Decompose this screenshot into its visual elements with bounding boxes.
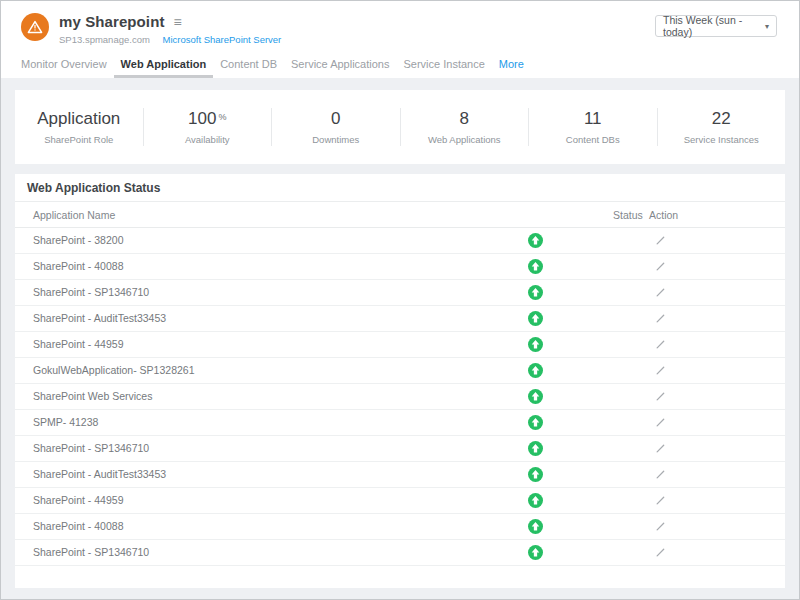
status-up-icon bbox=[528, 545, 543, 560]
monitor-header: my Sharepoint ≡ SP13.spmanage.com Micros… bbox=[1, 1, 799, 51]
stat-web-applications: 8 Web Applications bbox=[401, 109, 529, 145]
edit-icon[interactable] bbox=[654, 468, 667, 481]
application-name: SharePoint - 40088 bbox=[15, 514, 123, 539]
page-title: my Sharepoint bbox=[59, 13, 165, 30]
table-row: SharePoint Web Services bbox=[15, 384, 785, 410]
table-body: SharePoint - 38200 SharePoint - 40088 bbox=[15, 228, 785, 566]
table-row: SharePoint - SP1346710 bbox=[15, 436, 785, 462]
edit-icon[interactable] bbox=[654, 312, 667, 325]
edit-icon[interactable] bbox=[654, 260, 667, 273]
stat-label: Web Applications bbox=[401, 134, 529, 145]
application-name: SharePoint - 40088 bbox=[15, 254, 123, 279]
application-name: SharePoint - AuditTest33453 bbox=[15, 462, 166, 487]
warning-triangle-logo-icon bbox=[21, 13, 49, 41]
application-name: GokulWebApplication- SP1328261 bbox=[15, 358, 195, 383]
edit-icon[interactable] bbox=[654, 442, 667, 455]
table-title: Web Application Status bbox=[15, 174, 785, 202]
time-period-value: This Week (sun - today) bbox=[663, 14, 765, 38]
stat-value: 100 bbox=[188, 109, 216, 128]
tab-service-applications[interactable]: Service Applications bbox=[284, 51, 396, 78]
section-tabs: Monitor Overview Web Application Content… bbox=[1, 51, 799, 78]
application-name: SharePoint - SP1346710 bbox=[15, 436, 149, 461]
table-row: SharePoint - 40088 bbox=[15, 514, 785, 540]
status-up-icon bbox=[528, 519, 543, 534]
table-row: SharePoint - 44959 bbox=[15, 332, 785, 358]
status-up-icon bbox=[528, 467, 543, 482]
stat-availability: 100% Availability bbox=[144, 109, 272, 145]
edit-icon[interactable] bbox=[654, 390, 667, 403]
stat-value: Application bbox=[15, 109, 143, 129]
menu-icon[interactable]: ≡ bbox=[174, 15, 182, 29]
edit-icon[interactable] bbox=[654, 338, 667, 351]
tab-content-db[interactable]: Content DB bbox=[213, 51, 284, 78]
stat-content-dbs: 11 Content DBs bbox=[529, 109, 657, 145]
application-name: SharePoint - 44959 bbox=[15, 332, 123, 357]
stat-sharepoint-role: Application SharePoint Role bbox=[15, 109, 143, 145]
table-header-row: Application Name Status Action bbox=[15, 202, 785, 228]
application-name: SharePoint - SP1346710 bbox=[15, 540, 149, 565]
tab-web-application[interactable]: Web Application bbox=[114, 51, 214, 78]
stat-label: Service Instances bbox=[658, 134, 786, 145]
time-period-dropdown[interactable]: This Week (sun - today) ▾ bbox=[655, 15, 777, 37]
stat-value: 0 bbox=[272, 109, 400, 129]
column-header-action: Action bbox=[649, 202, 678, 228]
column-header-status: Status bbox=[613, 202, 643, 228]
main-content: Application SharePoint Role 100% Availab… bbox=[1, 78, 799, 588]
edit-icon[interactable] bbox=[654, 234, 667, 247]
edit-icon[interactable] bbox=[654, 416, 667, 429]
stat-value: 8 bbox=[401, 109, 529, 129]
table-row: SharePoint - SP1346710 bbox=[15, 280, 785, 306]
table-row: SharePoint - 38200 bbox=[15, 228, 785, 254]
application-name: SPMP- 41238 bbox=[15, 410, 98, 435]
edit-icon[interactable] bbox=[654, 286, 667, 299]
edit-icon[interactable] bbox=[654, 520, 667, 533]
status-up-icon bbox=[528, 415, 543, 430]
status-up-icon bbox=[528, 441, 543, 456]
status-up-icon bbox=[528, 311, 543, 326]
stat-label: SharePoint Role bbox=[15, 134, 143, 145]
status-up-icon bbox=[528, 285, 543, 300]
stat-downtimes: 0 Downtimes bbox=[272, 109, 400, 145]
status-up-icon bbox=[528, 493, 543, 508]
stat-label: Content DBs bbox=[529, 134, 657, 145]
application-name: SharePoint - SP1346710 bbox=[15, 280, 149, 305]
table-row: SharePoint - 40088 bbox=[15, 254, 785, 280]
status-up-icon bbox=[528, 363, 543, 378]
stat-value: 22 bbox=[658, 109, 786, 129]
chevron-down-icon: ▾ bbox=[765, 22, 769, 31]
table-row: SharePoint - 44959 bbox=[15, 488, 785, 514]
server-type-link[interactable]: Microsoft SharePoint Server bbox=[162, 34, 281, 45]
edit-icon[interactable] bbox=[654, 494, 667, 507]
edit-icon[interactable] bbox=[654, 546, 667, 559]
edit-icon[interactable] bbox=[654, 364, 667, 377]
stat-service-instances: 22 Service Instances bbox=[658, 109, 786, 145]
app-window: my Sharepoint ≡ SP13.spmanage.com Micros… bbox=[0, 0, 800, 600]
stat-label: Downtimes bbox=[272, 134, 400, 145]
table-row: SharePoint - AuditTest33453 bbox=[15, 462, 785, 488]
table-row: SPMP- 41238 bbox=[15, 410, 785, 436]
web-application-status-card: Web Application Status Application Name … bbox=[15, 174, 785, 588]
application-name: SharePoint - AuditTest33453 bbox=[15, 306, 166, 331]
monitor-title-block: my Sharepoint ≡ SP13.spmanage.com Micros… bbox=[59, 13, 281, 45]
stat-suffix: % bbox=[218, 112, 226, 122]
tab-monitor-overview[interactable]: Monitor Overview bbox=[14, 51, 114, 78]
application-name: SharePoint - 38200 bbox=[15, 228, 123, 253]
application-name: SharePoint - 44959 bbox=[15, 488, 123, 513]
tab-more[interactable]: More bbox=[492, 51, 531, 78]
stat-value: 11 bbox=[529, 109, 657, 129]
application-name: SharePoint Web Services bbox=[15, 384, 152, 409]
column-header-application-name: Application Name bbox=[15, 202, 115, 228]
status-up-icon bbox=[528, 389, 543, 404]
monitor-hostname: SP13.spmanage.com bbox=[59, 34, 150, 45]
tab-service-instance[interactable]: Service Instance bbox=[396, 51, 491, 78]
status-up-icon bbox=[528, 337, 543, 352]
status-up-icon bbox=[528, 233, 543, 248]
stat-label: Availability bbox=[144, 134, 272, 145]
status-up-icon bbox=[528, 259, 543, 274]
table-row: GokulWebApplication- SP1328261 bbox=[15, 358, 785, 384]
summary-stats-card: Application SharePoint Role 100% Availab… bbox=[15, 90, 785, 164]
table-row: SharePoint - AuditTest33453 bbox=[15, 306, 785, 332]
table-row: SharePoint - SP1346710 bbox=[15, 540, 785, 566]
